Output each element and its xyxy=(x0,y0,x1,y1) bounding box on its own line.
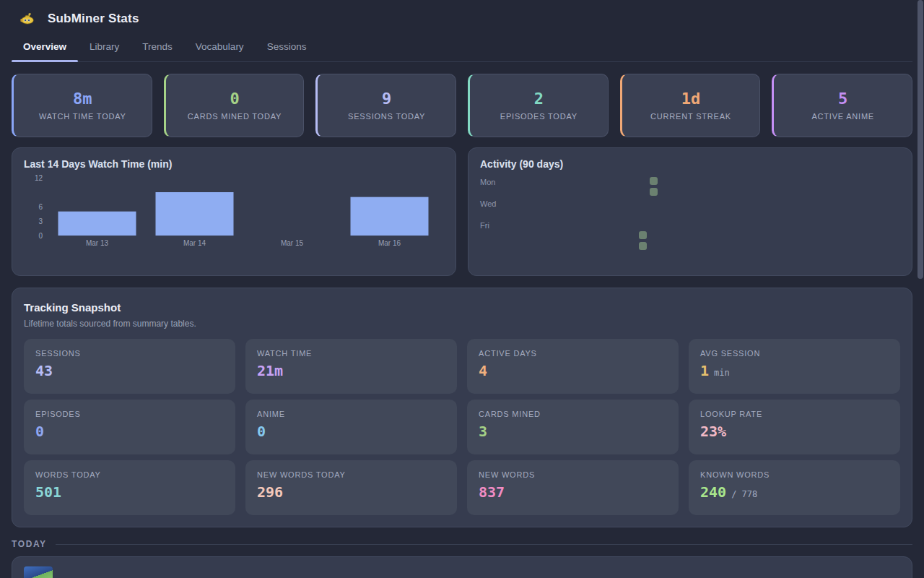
page-title: SubMiner Stats xyxy=(48,12,139,26)
snapshot-card-value-row: 0 xyxy=(35,424,224,439)
snapshot-card-watch-time: WATCH TIME21m xyxy=(245,339,457,394)
yellow-submarine-icon xyxy=(20,12,35,25)
snapshot-card-label: ACTIVE DAYS xyxy=(479,349,667,358)
stat-value: 0 xyxy=(230,91,239,107)
snapshot-card-label: EPISODES xyxy=(35,410,224,418)
subminer-stats-app: SubMiner Stats OverviewLibraryTrendsVoca… xyxy=(0,0,924,578)
stat-value: 1d xyxy=(681,91,701,107)
stat-value: 9 xyxy=(382,91,391,107)
today-section-header: TODAY xyxy=(12,539,912,549)
snapshot-card-label: LOOKUP RATE xyxy=(700,410,889,418)
tracking-snapshot-title: Tracking Snapshot xyxy=(24,301,900,314)
heatmap-cell xyxy=(639,231,647,239)
snapshot-card-value: 0 xyxy=(35,424,44,439)
stat-card-sessions-today: 9SESSIONS TODAY xyxy=(315,74,456,137)
snapshot-card-value-row: 0 xyxy=(257,424,445,439)
stat-label: CURRENT STREAK xyxy=(650,112,731,121)
app-header: SubMiner Stats xyxy=(0,0,924,26)
tab-library[interactable]: Library xyxy=(78,35,131,61)
snapshot-card-value-row: 43 xyxy=(35,363,224,378)
stat-label: WATCH TIME TODAY xyxy=(39,112,126,121)
charts-row: Last 14 Days Watch Time (min) 03612Mar 1… xyxy=(12,147,912,276)
stat-card-active-anime: 5ACTIVE ANIME xyxy=(772,74,912,137)
snapshot-card-value-row: 21m xyxy=(257,363,445,378)
snapshot-card-value-row: 296 xyxy=(257,485,445,499)
snapshot-card-value: 296 xyxy=(257,485,283,499)
stat-card-watch-time-today: 8mWATCH TIME TODAY xyxy=(12,74,152,137)
svg-text:6: 6 xyxy=(38,203,43,211)
tab-vocabulary[interactable]: Vocabulary xyxy=(184,35,256,61)
tracking-snapshot-panel: Tracking Snapshot Lifetime totals source… xyxy=(12,288,912,527)
snapshot-card-episodes: EPISODES0 xyxy=(24,400,235,454)
today-divider xyxy=(56,544,912,545)
snapshot-card-value: 240 xyxy=(700,485,726,499)
snapshot-card-label: WATCH TIME xyxy=(257,349,445,358)
bar-mar-14 xyxy=(156,192,234,236)
snapshot-card-suffix: min xyxy=(714,368,730,378)
snapshot-card-value-row: 240/ 778 xyxy=(700,485,889,499)
tab-trends[interactable]: Trends xyxy=(131,35,184,61)
svg-text:3: 3 xyxy=(38,217,43,225)
snapshot-card-sessions: SESSIONS43 xyxy=(24,339,235,394)
snapshot-card-value: 501 xyxy=(35,485,61,499)
stat-label: ACTIVE ANIME xyxy=(811,112,874,121)
snapshot-card-anime: ANIME0 xyxy=(245,400,457,454)
stat-label: CARDS MINED TODAY xyxy=(188,112,282,121)
snapshot-card-value: 0 xyxy=(257,424,266,439)
activity-heatmap: MonWedFri xyxy=(480,177,900,255)
heatmap-day-label-wed: Wed xyxy=(480,199,496,210)
bar-mar-13 xyxy=(58,212,136,236)
activity-title: Activity (90 days) xyxy=(480,158,900,170)
snapshot-card-value: 21m xyxy=(257,363,283,378)
snapshot-card-label: KNOWN WORDS xyxy=(700,470,889,479)
snapshot-card-new-words: NEW WORDS837 xyxy=(467,460,679,515)
main-content: 8mWATCH TIME TODAY0CARDS MINED TODAY9SES… xyxy=(0,74,924,578)
heatmap-cell xyxy=(639,242,647,250)
tab-overview[interactable]: Overview xyxy=(12,35,78,61)
stat-value: 2 xyxy=(534,91,544,107)
stat-card-episodes-today: 2EPISODES TODAY xyxy=(468,74,609,137)
snapshot-card-value-row: 3 xyxy=(479,424,667,439)
vertical-scrollbar-thumb[interactable] xyxy=(918,0,923,279)
stat-cards-row: 8mWATCH TIME TODAY0CARDS MINED TODAY9SES… xyxy=(12,74,912,137)
heatmap-cell xyxy=(650,177,658,185)
snapshot-card-new-words-today: NEW WORDS TODAY296 xyxy=(245,460,457,515)
stat-value: 5 xyxy=(838,91,847,107)
svg-text:Mar 15: Mar 15 xyxy=(281,239,304,247)
watch-time-chart-title: Last 14 Days Watch Time (min) xyxy=(24,158,444,170)
snapshot-card-label: NEW WORDS xyxy=(479,470,667,479)
snapshot-card-value-row: 837 xyxy=(479,485,667,499)
snapshot-card-value: 23% xyxy=(700,424,726,439)
snapshot-card-value-row: 23% xyxy=(700,424,889,439)
snapshot-card-value: 3 xyxy=(479,424,487,439)
svg-text:Mar 16: Mar 16 xyxy=(378,239,401,247)
anime-cover-thumbnail[interactable] xyxy=(24,566,53,578)
snapshot-card-label: AVG SESSION xyxy=(700,349,889,358)
tab-bar: OverviewLibraryTrendsVocabularySessions xyxy=(12,35,912,62)
svg-text:Mar 14: Mar 14 xyxy=(183,239,206,247)
snapshot-card-active-days: ACTIVE DAYS4 xyxy=(467,339,679,394)
tracking-snapshot-subtitle: Lifetime totals sourced from summary tab… xyxy=(24,319,900,329)
stat-card-cards-mined-today: 0CARDS MINED TODAY xyxy=(164,74,305,137)
svg-text:0: 0 xyxy=(38,232,43,240)
snapshot-card-value: 4 xyxy=(479,363,487,378)
today-label: TODAY xyxy=(12,539,47,549)
tracking-snapshot-grid: SESSIONS43WATCH TIME21mACTIVE DAYS4AVG S… xyxy=(24,339,900,515)
snapshot-card-label: ANIME xyxy=(257,410,445,418)
watch-time-bar-chart: 03612Mar 13Mar 14Mar 15Mar 16 xyxy=(24,171,443,255)
snapshot-card-lookup-rate: LOOKUP RATE23% xyxy=(689,400,900,454)
heatmap-cell xyxy=(650,188,658,196)
snapshot-card-label: WORDS TODAY xyxy=(35,470,224,479)
snapshot-card-value: 1 xyxy=(700,363,709,378)
today-panel[interactable] xyxy=(12,556,912,578)
snapshot-card-value: 837 xyxy=(479,485,505,499)
tab-sessions[interactable]: Sessions xyxy=(256,35,318,61)
snapshot-card-value-row: 501 xyxy=(35,485,224,499)
snapshot-card-suffix: / 778 xyxy=(731,489,757,499)
snapshot-card-avg-session: AVG SESSION1min xyxy=(689,339,900,394)
snapshot-card-value-row: 4 xyxy=(479,363,667,378)
snapshot-card-known-words: KNOWN WORDS240/ 778 xyxy=(689,460,900,515)
snapshot-card-cards-mined: CARDS MINED3 xyxy=(467,400,679,454)
snapshot-card-words-today: WORDS TODAY501 xyxy=(24,460,235,515)
snapshot-card-value-row: 1min xyxy=(700,363,889,378)
